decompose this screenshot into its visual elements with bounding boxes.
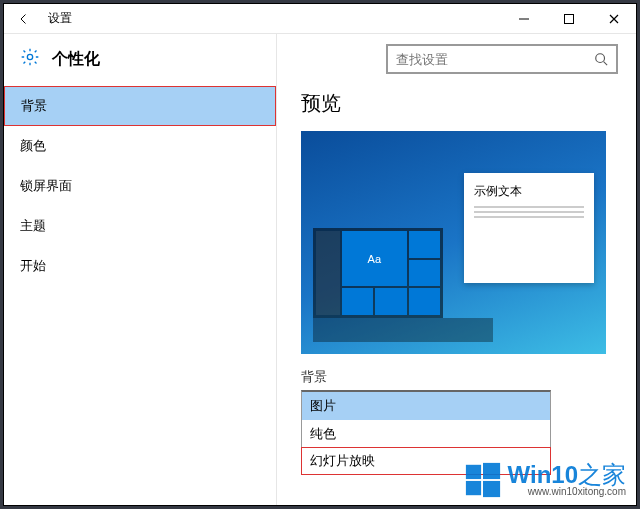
close-button[interactable] (591, 4, 636, 34)
search-input-wrapper[interactable] (386, 44, 618, 74)
preview-tile-aa: Aa (342, 231, 407, 286)
preview-heading: 预览 (301, 90, 618, 117)
dropdown-option-picture[interactable]: 图片 (302, 392, 550, 420)
svg-rect-6 (483, 463, 500, 479)
sidebar-item-start[interactable]: 开始 (4, 246, 276, 286)
sidebar-item-themes[interactable]: 主题 (4, 206, 276, 246)
svg-rect-7 (465, 481, 480, 495)
svg-rect-8 (483, 481, 500, 497)
settings-window: 设置 个性化 (4, 4, 636, 505)
gear-icon (20, 47, 40, 71)
preview-taskbar (313, 318, 493, 342)
sidebar: 个性化 背景 颜色 锁屏界面 主题 开始 (4, 34, 277, 505)
watermark-url: www.win10xitong.com (528, 487, 626, 497)
preview-sample-window: 示例文本 (464, 173, 594, 283)
watermark: Win10之家 www.win10xitong.com (464, 461, 626, 499)
sidebar-item-label: 主题 (20, 217, 46, 235)
minimize-button[interactable] (501, 4, 546, 34)
windows-logo-icon (464, 461, 502, 499)
main-panel: 预览 示例文本 Aa 背 (277, 34, 636, 505)
background-label: 背景 (301, 368, 618, 386)
svg-point-3 (596, 54, 605, 63)
sidebar-item-label: 锁屏界面 (20, 177, 72, 195)
back-button[interactable] (4, 4, 44, 34)
sidebar-item-background[interactable]: 背景 (4, 86, 276, 126)
option-label: 幻灯片放映 (310, 452, 375, 470)
watermark-brand: Win10之家 (508, 463, 626, 487)
preview-start-menu: Aa (313, 228, 443, 318)
watermark-brand-a: Win10 (508, 461, 578, 488)
sidebar-title: 个性化 (52, 49, 100, 70)
preview-sample-text: 示例文本 (474, 183, 584, 200)
svg-point-2 (27, 54, 32, 59)
sidebar-item-label: 开始 (20, 257, 46, 275)
svg-rect-5 (465, 465, 480, 479)
sidebar-item-label: 颜色 (20, 137, 46, 155)
option-label: 纯色 (310, 425, 336, 443)
maximize-button[interactable] (546, 4, 591, 34)
dropdown-option-solid[interactable]: 纯色 (302, 420, 550, 448)
watermark-brand-b: 之家 (578, 461, 626, 488)
sidebar-items: 背景 颜色 锁屏界面 主题 开始 (4, 84, 276, 286)
search-icon[interactable] (586, 52, 616, 66)
option-label: 图片 (310, 397, 336, 415)
search-input[interactable] (388, 52, 586, 67)
titlebar: 设置 (4, 4, 636, 34)
tile-label: Aa (368, 253, 381, 265)
sidebar-header: 个性化 (4, 34, 276, 84)
sidebar-item-colors[interactable]: 颜色 (4, 126, 276, 166)
window-title: 设置 (44, 10, 72, 27)
desktop-preview: 示例文本 Aa (301, 131, 606, 354)
sidebar-item-label: 背景 (21, 97, 47, 115)
svg-rect-1 (564, 14, 573, 23)
sidebar-item-lockscreen[interactable]: 锁屏界面 (4, 166, 276, 206)
svg-line-4 (604, 62, 608, 66)
